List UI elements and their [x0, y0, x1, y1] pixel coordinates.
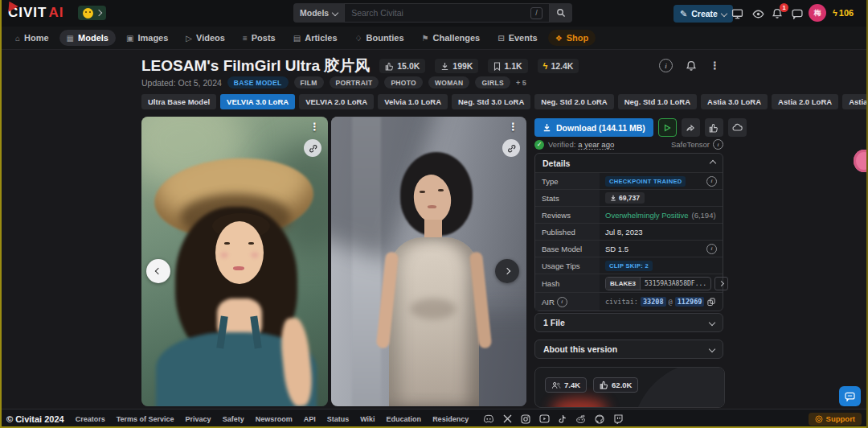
tag-film[interactable]: FILM [294, 76, 324, 88]
bookmarks-stat[interactable]: 1.1K [488, 59, 527, 73]
reddit-icon[interactable] [575, 414, 586, 424]
buzz-counter[interactable]: ϟ 106 [833, 8, 854, 18]
tag-woman[interactable]: WOMAN [428, 76, 470, 88]
reviews-link[interactable]: Overwhelmingly Positive [605, 211, 688, 220]
downloads-stat[interactable]: 199K [435, 59, 478, 73]
browsing-mode-button[interactable] [751, 6, 765, 21]
image-link-badge[interactable] [502, 139, 520, 157]
verified-time-link[interactable]: a year ago [578, 140, 614, 150]
nav-item-home[interactable]: ⌂Home [8, 30, 56, 46]
hash-value: 53159A3A858DF... [641, 280, 710, 287]
run-model-button[interactable] [658, 118, 677, 137]
footer-link-residency[interactable]: Residency [432, 415, 469, 423]
youtube-icon[interactable] [539, 414, 550, 423]
x-icon[interactable] [503, 414, 512, 423]
footer-link-wiki[interactable]: Wiki [360, 415, 375, 423]
gallery-users-count: 7.4K [564, 381, 580, 389]
nav-item-articles[interactable]: ▤Articles [286, 30, 345, 46]
nav-item-challenges[interactable]: ⚑Challenges [415, 30, 488, 46]
footer-link-api[interactable]: API [304, 415, 316, 423]
version-tab-astia-3[interactable]: Astia 3.0 LoRA [701, 94, 768, 109]
gallery-image-2[interactable]: ⋮ [331, 117, 526, 406]
likes-stat[interactable]: 15.0K [379, 59, 425, 73]
user-avatar[interactable]: 梅 [809, 4, 826, 22]
image-menu-icon[interactable]: ⋮ [309, 125, 320, 129]
share-button[interactable] [682, 118, 700, 137]
more-tags[interactable]: + 5 [516, 79, 526, 87]
tiktok-icon[interactable] [559, 414, 567, 424]
gallery-summary-card[interactable]: 7.4K 62.0K [534, 367, 725, 408]
copy-icon[interactable] [707, 298, 715, 307]
download-button[interactable]: Download (144.11 MB) [534, 118, 653, 137]
version-tab-ultra-base[interactable]: Ultra Base Model [141, 94, 216, 109]
tag-base-model[interactable]: BASE MODEL [227, 76, 289, 88]
image-link-badge[interactable] [304, 139, 321, 157]
version-tab-velvia-3[interactable]: VELVIA 3.0 LoRA [220, 94, 295, 109]
info-icon[interactable]: i [706, 244, 717, 254]
tips-stat[interactable]: ϟ 12.4K [538, 59, 579, 73]
create-button[interactable]: ✎ Create [674, 5, 733, 23]
tag-portrait[interactable]: PORTRAIT [330, 76, 379, 88]
search-category-dropdown[interactable]: Models [293, 3, 344, 23]
gallery-image-1[interactable]: ⋮ [141, 117, 328, 406]
footer-link-terms[interactable]: Terms of Service [117, 415, 174, 423]
info-icon[interactable]: i [706, 176, 717, 187]
nav-item-posts[interactable]: ≡Posts [235, 30, 283, 46]
twitch-icon[interactable] [613, 414, 623, 424]
nav-item-models[interactable]: ▦Models [59, 30, 116, 46]
search-button[interactable] [550, 3, 572, 23]
footer-link-privacy[interactable]: Privacy [186, 415, 211, 423]
details-header[interactable]: Details [535, 154, 723, 172]
civitai-logo[interactable]: CIVIT AI [8, 5, 63, 21]
holiday-mode-toggle[interactable] [78, 6, 106, 20]
version-tab-negstd-2[interactable]: Neg. Std 2.0 LoRA [534, 94, 613, 109]
files-accordion[interactable]: 1 File [534, 313, 723, 332]
tag-photo[interactable]: PHOTO [384, 76, 423, 88]
nav-item-videos[interactable]: ▷Videos [178, 30, 232, 46]
carousel-prev-button[interactable] [146, 259, 170, 283]
info-icon[interactable]: i [557, 297, 567, 307]
like-button[interactable] [705, 118, 723, 137]
about-version-accordion[interactable]: About this version [534, 340, 723, 359]
detail-label: Usage Tips [535, 257, 600, 274]
discord-icon[interactable] [483, 414, 494, 423]
thumbs-up-icon [385, 62, 394, 71]
search-icon [556, 8, 566, 18]
hash-value-group[interactable]: BLAKE353159A3A858DF... [605, 277, 711, 290]
image-menu-icon[interactable]: ⋮ [508, 125, 518, 129]
github-icon[interactable] [595, 414, 604, 424]
chat-fab-button[interactable] [839, 386, 861, 406]
more-menu-icon[interactable]: ⋮ [710, 60, 720, 72]
follow-bell-icon[interactable] [686, 60, 697, 72]
instagram-icon[interactable] [521, 414, 530, 424]
version-tab-astia-1[interactable]: Astia 1.0 LoRA [842, 94, 868, 109]
version-tab-negstd-1[interactable]: Neg. Std 1.0 LoRA [618, 94, 697, 109]
chevron-down-icon [709, 319, 715, 326]
nav-item-images[interactable]: ▣Images [119, 30, 175, 46]
air-label: AIR [542, 298, 555, 307]
footer-link-status[interactable]: Status [327, 415, 350, 423]
support-button[interactable]: Support [809, 413, 862, 426]
vault-button[interactable] [728, 118, 747, 137]
chat-button[interactable] [790, 6, 805, 21]
footer-link-safety[interactable]: Safety [223, 415, 244, 423]
footer-link-newsroom[interactable]: Newsroom [256, 415, 293, 423]
screenshare-button[interactable] [730, 6, 744, 21]
version-tab-negstd-3[interactable]: Neg. Std 3.0 LoRA [452, 94, 530, 109]
nav-item-shop[interactable]: ❖Shop [548, 30, 596, 46]
hash-expand-button[interactable] [714, 277, 728, 290]
info-icon[interactable]: i [713, 139, 723, 150]
carousel-next-button[interactable] [495, 259, 519, 283]
holiday-event-badge[interactable] [854, 150, 868, 172]
notifications-button[interactable]: 1 [770, 6, 784, 21]
search-input[interactable]: Search Civitai / [344, 3, 550, 23]
tag-girls[interactable]: GIRLS [475, 76, 510, 88]
version-tab-velvia-2[interactable]: VELVIA 2.0 LoRA [299, 94, 374, 109]
version-tab-astia-2[interactable]: Astia 2.0 LoRA [772, 94, 838, 109]
footer-link-education[interactable]: Education [387, 415, 422, 423]
footer-link-creators[interactable]: Creators [76, 415, 105, 423]
nav-item-events[interactable]: ⊟Events [490, 30, 544, 46]
version-tab-velvia-1[interactable]: Velvia 1.0 LoRA [378, 94, 448, 109]
nav-item-bounties[interactable]: ♢Bounties [348, 30, 411, 46]
info-icon[interactable]: i [659, 59, 673, 72]
